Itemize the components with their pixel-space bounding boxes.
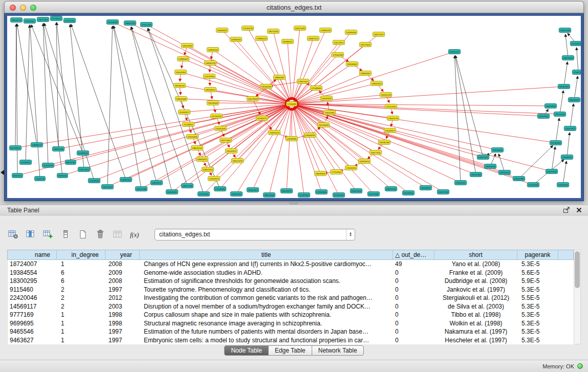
table-cell[interactable]: 1 xyxy=(57,311,105,319)
table-cell[interactable]: 0 xyxy=(393,336,434,345)
tab-node-table[interactable]: Node Table xyxy=(224,345,269,356)
table-cell[interactable]: 5.3E-5 xyxy=(517,311,558,319)
graph-node[interactable]: 24027908 xyxy=(37,17,49,22)
graph-node[interactable]: 20404134 xyxy=(380,93,391,97)
graph-node[interactable]: 24122586 xyxy=(367,192,379,196)
network-selector[interactable]: citations_edges.txt ▲▼ xyxy=(155,229,355,240)
graph-node[interactable]: 17571243 xyxy=(140,23,152,27)
table-cell[interactable]: Dudbridge et al. (2008) xyxy=(434,277,517,286)
table-cell[interactable]: 18724007 xyxy=(8,260,57,269)
table-cell[interactable]: 0 xyxy=(393,302,434,311)
table-cell[interactable]: de Silva et al. (2003) xyxy=(434,302,517,311)
table-cell[interactable]: 14569117 xyxy=(8,302,57,311)
graph-node[interactable]: 22277362 xyxy=(220,138,231,143)
table-cell[interactable]: 1998 xyxy=(105,319,140,328)
table-cell[interactable]: 2008 xyxy=(105,260,140,269)
graph-node[interactable]: 17957007 xyxy=(297,79,309,84)
table-cell[interactable]: 2 xyxy=(57,302,105,311)
graph-node[interactable]: 25461258 xyxy=(559,28,571,33)
table-cell[interactable]: Jankovic et al. (1997) xyxy=(434,286,517,294)
table-cell[interactable]: Corpus callosum shape and size in male p… xyxy=(140,311,393,319)
column-header-title[interactable]: title xyxy=(140,250,393,259)
column-visibility-icon[interactable] xyxy=(6,228,20,241)
table-cell[interactable]: Structural magnetic resonance image aver… xyxy=(140,319,393,328)
table-cell[interactable]: 1 xyxy=(57,319,105,328)
graph-node[interactable]: 26878592 xyxy=(562,56,574,60)
graph-node[interactable]: 17554338 xyxy=(332,53,343,57)
table-cell[interactable]: 2009 xyxy=(105,269,140,277)
column-header-in_degree[interactable]: in_degree xyxy=(57,250,105,259)
table-cell[interactable]: 0 xyxy=(393,286,434,294)
graph-node[interactable]: 23335257 xyxy=(448,50,460,54)
graph-node[interactable]: 17035916 xyxy=(198,192,209,196)
table-row[interactable]: 1872400712008Changes of HCN gene express… xyxy=(8,260,574,269)
graph-node[interactable]: 29004593 xyxy=(568,98,580,102)
graph-node[interactable]: 28374588 xyxy=(470,172,482,177)
tab-network-table[interactable]: Network Table xyxy=(312,345,364,356)
graph-node[interactable]: 16977327 xyxy=(373,32,384,37)
table-cell[interactable]: Estimation of the future numbers of pati… xyxy=(140,327,393,336)
graph-node[interactable]: 16327249 xyxy=(181,184,193,188)
table-cell[interactable]: 2 xyxy=(57,286,105,294)
graph-node[interactable]: 15846822 xyxy=(216,28,228,33)
table-cell[interactable]: 5.5E-5 xyxy=(517,294,558,302)
graph-node[interactable]: 27665921 xyxy=(454,181,466,185)
table-cell[interactable]: 1997 xyxy=(105,286,140,294)
graph-node[interactable]: 19158245 xyxy=(260,84,272,89)
table-row[interactable]: 2242004622012Investigating the contribut… xyxy=(8,294,574,302)
graph-node[interactable]: 17033215 xyxy=(345,166,357,170)
table-cell[interactable]: 2003 xyxy=(105,302,140,311)
table-cell[interactable]: 18300295 xyxy=(8,277,57,286)
table-cell[interactable]: 5.3E-5 xyxy=(517,327,558,336)
table-cell[interactable]: 9465546 xyxy=(8,327,57,336)
table-cell[interactable]: 9463627 xyxy=(8,336,57,345)
table-cell[interactable]: 0 xyxy=(393,294,434,302)
table-cell[interactable]: 0 xyxy=(393,311,434,319)
table-cell[interactable]: Franke et al. (2009) xyxy=(434,269,517,277)
graph-node[interactable]: 9823245 xyxy=(65,160,76,165)
graph-node[interactable]: 16279910 xyxy=(9,146,21,150)
table-cell[interactable]: 5.3E-5 xyxy=(517,302,558,311)
table-row[interactable]: 946362711997Embryonic stem cells: a mode… xyxy=(8,336,574,345)
table-cell[interactable]: 0 xyxy=(393,319,434,328)
table-cell[interactable]: 5.3E-5 xyxy=(517,336,558,345)
table-cell[interactable]: Tourette syndrome. Phenomenology and cla… xyxy=(140,286,393,294)
table-cell[interactable]: 2008 xyxy=(105,277,140,286)
table-row[interactable]: 911546021997Tourette syndrome. Phenomeno… xyxy=(8,286,574,294)
table-cell[interactable]: 1 xyxy=(57,336,105,345)
table-cell[interactable]: 9699695 xyxy=(8,319,57,328)
graph-node[interactable]: 15123639 xyxy=(317,123,329,127)
graph-node[interactable]: 22528317 xyxy=(384,128,396,133)
graph-node[interactable]: 16380905 xyxy=(230,37,242,42)
graph-node[interactable]: 10657913 xyxy=(78,167,90,172)
graph-node[interactable]: 29791922 xyxy=(498,170,510,175)
panel-splitter[interactable] xyxy=(0,201,588,205)
table-cell[interactable]: 2012 xyxy=(105,294,140,302)
table-scrollbar[interactable] xyxy=(574,250,581,344)
graph-node[interactable]: 21445242 xyxy=(63,18,75,23)
graph-node[interactable]: 12783914 xyxy=(77,151,89,156)
graph-node[interactable]: 26169925 xyxy=(570,41,581,46)
graph-node[interactable]: 24752591 xyxy=(537,114,549,119)
graph-node[interactable]: 21287918 xyxy=(298,193,310,198)
graph-node[interactable]: 21820176 xyxy=(387,116,399,121)
graph-node[interactable]: 23413919 xyxy=(350,189,362,193)
table-cell[interactable]: 6 xyxy=(57,277,105,286)
graph-node[interactable]: 23236789 xyxy=(378,140,390,145)
table-row[interactable]: 1456911722003Disruption of a novel membe… xyxy=(8,302,574,311)
graph-node[interactable]: 25319241 xyxy=(24,19,35,24)
window-titlebar[interactable]: citations_edges.txt xyxy=(4,1,584,13)
graph-node[interactable]: 22693456 xyxy=(345,30,357,35)
table-cell[interactable]: Wolkin et al. (1998) xyxy=(434,319,517,328)
table-row[interactable]: 969969511998Structural magnetic resonanc… xyxy=(8,319,574,328)
table-cell[interactable]: 1997 xyxy=(105,327,140,336)
column-header-pagerank[interactable]: pagerank xyxy=(517,250,558,259)
graph-node[interactable]: 21550345 xyxy=(214,126,226,131)
close-panel-icon[interactable] xyxy=(576,207,582,213)
table-cell[interactable]: Stergiakouli et al. (2012) xyxy=(434,294,517,302)
scrollbar-thumb[interactable] xyxy=(575,251,580,288)
table-cell[interactable]: Estimation of significance thresholds fo… xyxy=(140,277,393,286)
table-cell[interactable]: 1 xyxy=(57,327,105,336)
close-window-button[interactable] xyxy=(10,5,16,11)
graph-node[interactable]: 26957254 xyxy=(437,190,449,194)
